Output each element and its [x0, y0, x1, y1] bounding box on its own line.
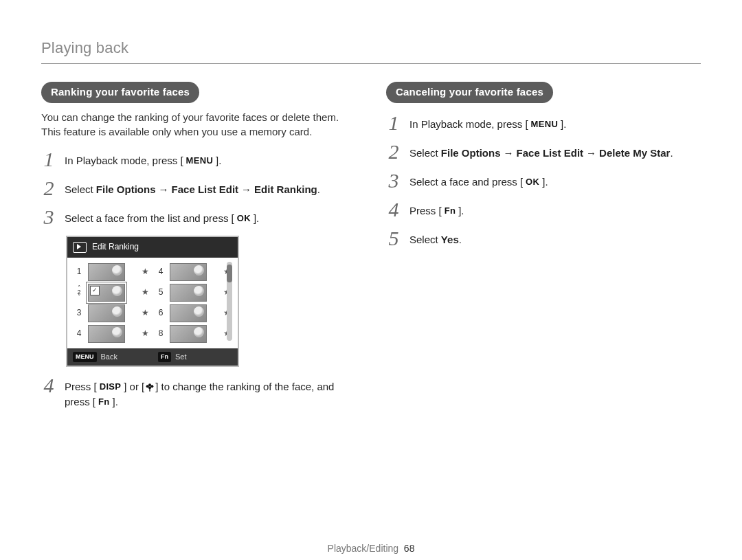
left-column: Ranking your favorite faces You can chan… [41, 82, 356, 418]
text: ]. [254, 212, 259, 224]
path-edit-ranking: Edit Ranking [254, 183, 317, 195]
path-face-list-edit: Face List Edit [172, 183, 239, 195]
face-cell: 1 ★ [74, 263, 149, 281]
face-cell: 6 ★ [156, 304, 231, 322]
text: ] or [ [124, 381, 144, 392]
rank-number: 8 [156, 328, 166, 339]
face-cell: 3 ★ [74, 304, 149, 322]
rank-number: 4 [156, 266, 166, 278]
screenshot-title: Edit Ranking [92, 241, 139, 253]
step-body: Press [Fn]. [409, 199, 701, 220]
step-body: In Playback mode, press [MENU]. [409, 113, 701, 133]
step-4: 4 Press [Fn]. [386, 199, 701, 220]
text: Press [ [65, 381, 97, 392]
fn-button-token: Fn [442, 205, 458, 218]
text: . [459, 234, 462, 245]
fn-button-token: Fn [158, 352, 171, 362]
text: ]. [113, 396, 118, 407]
face-thumbnail [170, 325, 207, 343]
svg-rect-4 [150, 388, 150, 392]
face-col-left: 1 ★ ˄ 2 ˅ ✓ [74, 263, 149, 343]
arrow-icon: → [583, 147, 599, 159]
step-body: Select Yes. [409, 228, 701, 249]
step-2: 2 Select File Options→Face List Edit→Del… [386, 142, 701, 162]
step-1: 1 In Playback mode, press [MENU]. [41, 149, 356, 170]
face-cell: 4 ★ [156, 263, 231, 281]
step-number: 2 [386, 142, 401, 162]
footer-set-label: Set [175, 352, 187, 363]
footer-set: FnSet [153, 348, 238, 366]
step-number: 3 [41, 207, 56, 227]
steps-list-canceling: 1 In Playback mode, press [MENU]. 2 Sele… [386, 113, 701, 249]
macro-flower-icon [144, 381, 155, 392]
menu-button-token: MENU [183, 155, 216, 168]
scrollbar-thumb [227, 265, 232, 282]
footer-back-label: Back [101, 352, 117, 363]
text: In Playback mode, press [ [65, 155, 183, 166]
face-cell: 4 ★ [74, 325, 149, 343]
fn-button-token: Fn [95, 396, 112, 409]
section-pill-canceling: Canceling your favorite faces [386, 82, 553, 103]
steps-list-ranking-cont: 4 Press [DISP] or [] to change the ranki… [41, 375, 356, 410]
step-body: Select File Options→Face List Edit→Delet… [409, 142, 701, 162]
step-2: 2 Select File Options→Face List Edit→Edi… [41, 178, 356, 199]
step-3: 3 Select a face from the list and press … [41, 207, 356, 227]
face-cell: 8 ★ [156, 325, 231, 343]
rank-number: 5 [156, 287, 166, 298]
step-body: Select File Options→Face List Edit→Edit … [65, 178, 356, 199]
rank-number: 4 [74, 328, 84, 339]
text: ]. [458, 205, 464, 216]
scrollbar [227, 262, 232, 341]
svg-point-1 [146, 385, 149, 388]
svg-point-0 [148, 384, 151, 387]
option-yes: Yes [441, 234, 459, 245]
arrow-icon: → [156, 183, 172, 195]
check-icon: ✓ [90, 286, 100, 295]
intro-text: You can change the ranking of your favor… [41, 110, 356, 140]
header-rule [41, 63, 701, 64]
step-5: 5 Select Yes. [386, 228, 701, 249]
face-col-right: 4 ★ 5 ★ 6 [156, 263, 231, 343]
screenshot-footer: MENUBack FnSet [67, 348, 238, 366]
disp-button-token: DISP [97, 381, 124, 394]
step-3: 3 Select a face and press [OK]. [386, 170, 701, 191]
star-icon: ★ [142, 266, 149, 278]
camera-screenshot: Edit Ranking 1 ★ [66, 236, 239, 367]
face-cell: 5 ★ [156, 284, 231, 302]
manual-page: Playing back Ranking your favorite faces… [0, 0, 742, 560]
face-thumbnail [88, 304, 125, 322]
ok-button-token: OK [523, 176, 542, 189]
step-number: 1 [41, 149, 56, 170]
arrow-icon: → [238, 183, 254, 195]
text: Select [409, 234, 441, 245]
footer-back: MENUBack [67, 348, 153, 366]
page-number: 68 [404, 543, 415, 554]
rank-number: 1 [74, 266, 84, 278]
star-icon: ★ [142, 328, 149, 339]
rank-number: 6 [156, 307, 166, 319]
star-icon: ★ [142, 287, 149, 298]
text: Press [ [409, 205, 442, 216]
face-thumbnail: ✓ [88, 284, 125, 302]
rank-number: 3 [74, 307, 84, 319]
step-number: 5 [386, 228, 401, 249]
text: Select a face from the list and press [ [65, 212, 234, 224]
text: . [317, 183, 320, 195]
ok-button-token: OK [234, 212, 254, 225]
running-head: Playing back [41, 37, 701, 59]
star-icon: ★ [142, 307, 149, 319]
caret-down-icon: ˅ [78, 295, 81, 299]
arrow-icon: → [501, 147, 517, 159]
text: ]. [216, 155, 221, 166]
footer-crumb: Playback/Editing [328, 543, 399, 554]
text: In Playback mode, press [ [409, 118, 528, 130]
svg-point-2 [151, 385, 154, 388]
step-number: 4 [41, 375, 56, 410]
face-thumbnail [88, 325, 125, 343]
text: . [670, 147, 673, 159]
face-thumbnail [170, 263, 207, 281]
face-thumbnail [88, 263, 125, 281]
face-cell-selected: ˄ 2 ˅ ✓ ★ [74, 284, 149, 302]
step-number: 1 [386, 113, 401, 133]
step-number: 3 [386, 170, 401, 191]
